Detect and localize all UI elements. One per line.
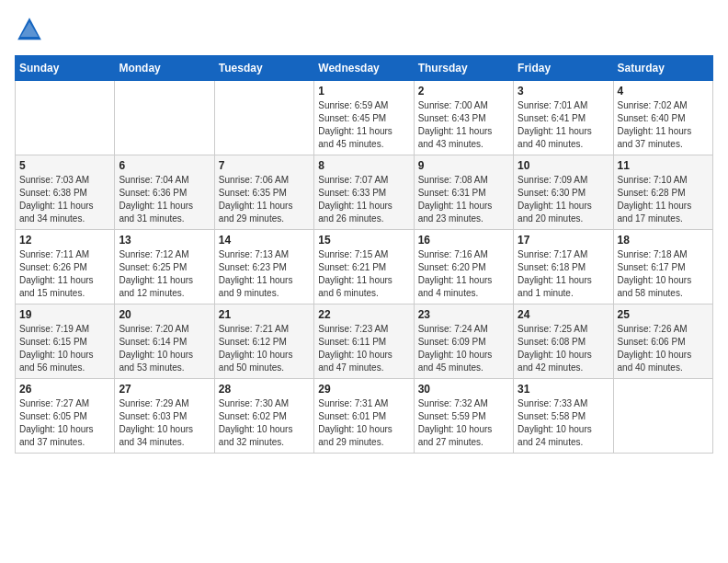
- day-info: Sunrise: 7:11 AM Sunset: 6:26 PM Dayligh…: [19, 248, 110, 300]
- day-info: Sunrise: 7:20 AM Sunset: 6:14 PM Dayligh…: [119, 323, 210, 374]
- calendar-day-27: 27Sunrise: 7:29 AM Sunset: 6:03 PM Dayli…: [115, 379, 214, 454]
- calendar-day-1: 1Sunrise: 6:59 AM Sunset: 6:45 PM Daylig…: [314, 81, 414, 155]
- day-number: 18: [618, 234, 709, 247]
- day-info: Sunrise: 7:19 AM Sunset: 6:15 PM Dayligh…: [19, 323, 110, 374]
- day-number: 20: [119, 308, 210, 321]
- empty-cell: [16, 81, 115, 155]
- day-info: Sunrise: 7:24 AM Sunset: 6:09 PM Dayligh…: [418, 323, 509, 374]
- day-number: 14: [219, 234, 310, 247]
- day-info: Sunrise: 7:15 AM Sunset: 6:21 PM Dayligh…: [318, 248, 409, 300]
- day-number: 4: [618, 85, 709, 98]
- calendar-day-24: 24Sunrise: 7:25 AM Sunset: 6:08 PM Dayli…: [514, 304, 613, 379]
- day-number: 29: [318, 383, 409, 396]
- calendar-week-5: 26Sunrise: 7:27 AM Sunset: 6:05 PM Dayli…: [16, 379, 713, 454]
- page-header: [15, 15, 713, 44]
- calendar-day-13: 13Sunrise: 7:12 AM Sunset: 6:25 PM Dayli…: [115, 230, 214, 304]
- calendar-week-3: 12Sunrise: 7:11 AM Sunset: 6:26 PM Dayli…: [16, 230, 713, 304]
- day-number: 22: [318, 308, 409, 321]
- logo: [15, 15, 48, 44]
- day-number: 30: [418, 383, 509, 396]
- calendar-day-15: 15Sunrise: 7:15 AM Sunset: 6:21 PM Dayli…: [314, 230, 414, 304]
- calendar-day-21: 21Sunrise: 7:21 AM Sunset: 6:12 PM Dayli…: [214, 304, 313, 379]
- calendar-week-1: 1Sunrise: 6:59 AM Sunset: 6:45 PM Daylig…: [16, 81, 713, 155]
- calendar-day-23: 23Sunrise: 7:24 AM Sunset: 6:09 PM Dayli…: [414, 304, 513, 379]
- calendar-day-18: 18Sunrise: 7:18 AM Sunset: 6:17 PM Dayli…: [613, 230, 712, 304]
- day-number: 19: [19, 308, 110, 321]
- calendar-day-12: 12Sunrise: 7:11 AM Sunset: 6:26 PM Dayli…: [16, 230, 115, 304]
- day-number: 3: [518, 85, 609, 98]
- day-number: 26: [19, 383, 110, 396]
- day-number: 17: [518, 234, 609, 247]
- calendar-day-29: 29Sunrise: 7:31 AM Sunset: 6:01 PM Dayli…: [314, 379, 414, 454]
- calendar-day-3: 3Sunrise: 7:01 AM Sunset: 6:41 PM Daylig…: [514, 81, 613, 155]
- calendar-body: 1Sunrise: 6:59 AM Sunset: 6:45 PM Daylig…: [16, 81, 713, 454]
- day-header-thursday: Thursday: [414, 56, 513, 81]
- day-number: 27: [119, 383, 210, 396]
- day-info: Sunrise: 6:59 AM Sunset: 6:45 PM Dayligh…: [318, 99, 409, 151]
- day-info: Sunrise: 7:21 AM Sunset: 6:12 PM Dayligh…: [219, 323, 310, 374]
- day-number: 11: [618, 159, 709, 172]
- day-number: 1: [318, 85, 409, 98]
- calendar-day-11: 11Sunrise: 7:10 AM Sunset: 6:28 PM Dayli…: [613, 155, 712, 230]
- empty-cell: [214, 81, 313, 155]
- day-info: Sunrise: 7:01 AM Sunset: 6:41 PM Dayligh…: [518, 99, 609, 151]
- day-info: Sunrise: 7:06 AM Sunset: 6:35 PM Dayligh…: [219, 174, 310, 225]
- day-info: Sunrise: 7:27 AM Sunset: 6:05 PM Dayligh…: [19, 397, 110, 449]
- day-info: Sunrise: 7:32 AM Sunset: 5:59 PM Dayligh…: [418, 397, 509, 449]
- calendar-day-8: 8Sunrise: 7:07 AM Sunset: 6:33 PM Daylig…: [314, 155, 414, 230]
- calendar-day-30: 30Sunrise: 7:32 AM Sunset: 5:59 PM Dayli…: [414, 379, 513, 454]
- day-info: Sunrise: 7:26 AM Sunset: 6:06 PM Dayligh…: [618, 323, 709, 374]
- day-info: Sunrise: 7:03 AM Sunset: 6:38 PM Dayligh…: [19, 174, 110, 225]
- empty-cell: [115, 81, 214, 155]
- day-number: 12: [19, 234, 110, 247]
- day-header-monday: Monday: [115, 56, 214, 81]
- day-number: 31: [518, 383, 609, 396]
- calendar-day-19: 19Sunrise: 7:19 AM Sunset: 6:15 PM Dayli…: [16, 304, 115, 379]
- day-info: Sunrise: 7:12 AM Sunset: 6:25 PM Dayligh…: [119, 248, 210, 300]
- calendar-day-2: 2Sunrise: 7:00 AM Sunset: 6:43 PM Daylig…: [414, 81, 513, 155]
- day-header-wednesday: Wednesday: [314, 56, 414, 81]
- day-info: Sunrise: 7:16 AM Sunset: 6:20 PM Dayligh…: [418, 248, 509, 300]
- day-number: 28: [219, 383, 310, 396]
- calendar-day-6: 6Sunrise: 7:04 AM Sunset: 6:36 PM Daylig…: [115, 155, 214, 230]
- day-number: 25: [618, 308, 709, 321]
- day-info: Sunrise: 7:07 AM Sunset: 6:33 PM Dayligh…: [318, 174, 409, 225]
- header-row: SundayMondayTuesdayWednesdayThursdayFrid…: [16, 56, 713, 81]
- day-info: Sunrise: 7:31 AM Sunset: 6:01 PM Dayligh…: [318, 397, 409, 449]
- calendar-header: SundayMondayTuesdayWednesdayThursdayFrid…: [16, 56, 713, 81]
- day-number: 5: [19, 159, 110, 172]
- day-number: 23: [418, 308, 509, 321]
- calendar-day-14: 14Sunrise: 7:13 AM Sunset: 6:23 PM Dayli…: [214, 230, 313, 304]
- calendar-day-5: 5Sunrise: 7:03 AM Sunset: 6:38 PM Daylig…: [16, 155, 115, 230]
- day-number: 7: [219, 159, 310, 172]
- calendar-day-7: 7Sunrise: 7:06 AM Sunset: 6:35 PM Daylig…: [214, 155, 313, 230]
- logo-icon: [15, 15, 44, 44]
- day-number: 13: [119, 234, 210, 247]
- calendar-day-31: 31Sunrise: 7:33 AM Sunset: 5:58 PM Dayli…: [514, 379, 613, 454]
- day-info: Sunrise: 7:08 AM Sunset: 6:31 PM Dayligh…: [418, 174, 509, 225]
- day-info: Sunrise: 7:30 AM Sunset: 6:02 PM Dayligh…: [219, 397, 310, 449]
- day-number: 24: [518, 308, 609, 321]
- day-number: 15: [318, 234, 409, 247]
- day-info: Sunrise: 7:02 AM Sunset: 6:40 PM Dayligh…: [618, 99, 709, 151]
- calendar-day-22: 22Sunrise: 7:23 AM Sunset: 6:11 PM Dayli…: [314, 304, 414, 379]
- day-info: Sunrise: 7:18 AM Sunset: 6:17 PM Dayligh…: [618, 248, 709, 300]
- day-header-tuesday: Tuesday: [214, 56, 313, 81]
- empty-cell: [613, 379, 712, 454]
- day-header-sunday: Sunday: [16, 56, 115, 81]
- day-info: Sunrise: 7:00 AM Sunset: 6:43 PM Dayligh…: [418, 99, 509, 151]
- day-header-saturday: Saturday: [613, 56, 712, 81]
- calendar-day-10: 10Sunrise: 7:09 AM Sunset: 6:30 PM Dayli…: [514, 155, 613, 230]
- day-info: Sunrise: 7:29 AM Sunset: 6:03 PM Dayligh…: [119, 397, 210, 449]
- calendar-day-17: 17Sunrise: 7:17 AM Sunset: 6:18 PM Dayli…: [514, 230, 613, 304]
- day-number: 2: [418, 85, 509, 98]
- day-info: Sunrise: 7:09 AM Sunset: 6:30 PM Dayligh…: [518, 174, 609, 225]
- calendar-table: SundayMondayTuesdayWednesdayThursdayFrid…: [15, 55, 713, 454]
- calendar-day-20: 20Sunrise: 7:20 AM Sunset: 6:14 PM Dayli…: [115, 304, 214, 379]
- calendar-day-9: 9Sunrise: 7:08 AM Sunset: 6:31 PM Daylig…: [414, 155, 513, 230]
- day-number: 9: [418, 159, 509, 172]
- calendar-week-4: 19Sunrise: 7:19 AM Sunset: 6:15 PM Dayli…: [16, 304, 713, 379]
- day-number: 8: [318, 159, 409, 172]
- calendar-day-25: 25Sunrise: 7:26 AM Sunset: 6:06 PM Dayli…: [613, 304, 712, 379]
- day-info: Sunrise: 7:04 AM Sunset: 6:36 PM Dayligh…: [119, 174, 210, 225]
